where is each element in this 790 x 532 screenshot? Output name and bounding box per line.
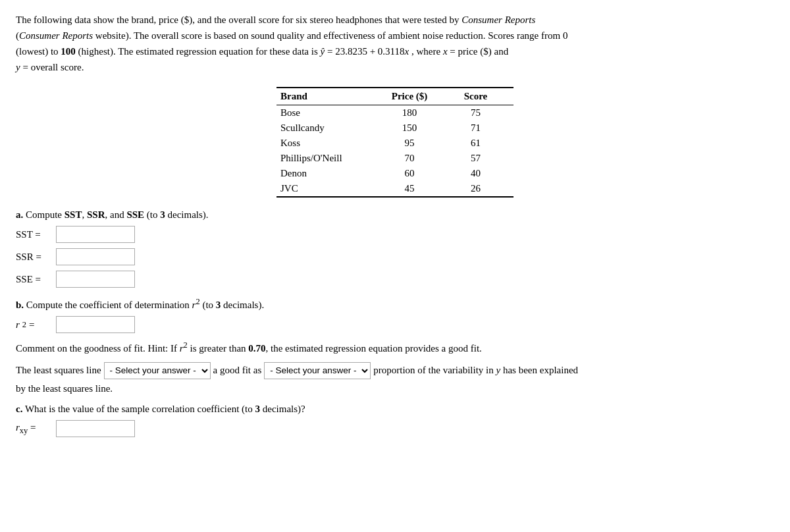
max-score: 100 (61, 46, 76, 57)
sst-label: SST = (16, 229, 52, 240)
consumer-reports-ref1: Consumer Reports (461, 14, 535, 25)
intro-line2: (Consumer Reports website). The overall … (16, 30, 567, 41)
brand-cell: Koss (276, 136, 381, 151)
select-answer-2[interactable]: - Select your answer - approximately 94%… (264, 362, 371, 379)
comment-text: Comment on the goodness of fit. Hint: If… (16, 338, 774, 356)
headphones-table: Brand Price ($) Score Bose18075Scullcand… (276, 87, 514, 198)
suffix2-text: by the least squares line. (16, 383, 774, 394)
part-c-label: c. (16, 404, 22, 414)
price-cell: 180 (381, 105, 455, 121)
least-squares-row: The least squares line - Select your ans… (16, 361, 774, 379)
table-row: Koss9561 (276, 136, 514, 151)
score-cell: 61 (455, 136, 514, 151)
intro-line4: y = overall score. (16, 62, 84, 72)
middle-text: a good fit as (213, 361, 262, 379)
r2-superscript: 2 (196, 297, 199, 306)
rxy-label: rxy = (16, 422, 52, 436)
brand-cell: Denon (276, 166, 381, 181)
table-row: Scullcandy15071 (276, 120, 514, 136)
intro-line1: The following data show the brand, price… (16, 14, 535, 25)
ssr-label-heading: SSR (87, 209, 105, 220)
least-squares-prefix: The least squares line (16, 361, 101, 379)
table-row: Bose18075 (276, 105, 514, 121)
sse-row: SSE = (16, 271, 774, 288)
col-brand: Brand (276, 88, 381, 105)
decimals-3: 3 (160, 209, 165, 220)
r2-input[interactable] (56, 316, 135, 333)
sst-row: SST = (16, 226, 774, 243)
brand-cell: JVC (276, 181, 381, 197)
part-b: b. Compute the coefficient of determinat… (16, 297, 774, 394)
x-definition: x (443, 46, 448, 57)
col-price: Price ($) (381, 88, 455, 105)
brand-cell: Scullcandy (276, 120, 381, 136)
sse-label-heading: SSE (126, 209, 144, 220)
ssr-label: SSR = (16, 252, 52, 263)
part-b-label: b. (16, 300, 24, 310)
ssr-row: SSR = (16, 248, 774, 265)
price-cell: 150 (381, 120, 455, 136)
brand-cell: Bose (276, 105, 381, 121)
sse-input[interactable] (56, 271, 135, 288)
sse-label: SSE = (16, 274, 52, 285)
data-table-container: Brand Price ($) Score Bose18075Scullcand… (16, 87, 774, 198)
equation: ŷ = 23.8235 + 0.3118x (321, 46, 409, 57)
price-cell: 45 (381, 181, 455, 197)
r2-row: r2 = (16, 316, 774, 333)
table-row: JVC4526 (276, 181, 514, 197)
score-cell: 57 (455, 151, 514, 166)
part-b-title: b. Compute the coefficient of determinat… (16, 297, 774, 311)
consumer-reports-ref2: Consumer Reports (19, 30, 93, 41)
intro-paragraph: The following data show the brand, price… (16, 12, 774, 75)
brand-cell: Phillips/O'Neill (276, 151, 381, 166)
rxy-row: rxy = (16, 420, 774, 437)
part-a: a. Compute SST, SSR, and SSE (to 3 decim… (16, 209, 774, 288)
price-cell: 70 (381, 151, 455, 166)
score-cell: 71 (455, 120, 514, 136)
price-cell: 60 (381, 166, 455, 181)
sst-label-heading: SST (65, 209, 82, 220)
ssr-input[interactable] (56, 248, 135, 265)
r2-label: r2 = (16, 319, 52, 331)
score-cell: 26 (455, 181, 514, 197)
decimals-3c: 3 (255, 404, 261, 414)
select-answer-1[interactable]: - Select your answer - is is not (104, 362, 211, 379)
part-a-label: a. (16, 209, 23, 220)
rxy-input[interactable] (56, 420, 135, 437)
part-c: c. What is the value of the sample corre… (16, 404, 774, 437)
score-cell: 40 (455, 166, 514, 181)
score-cell: 75 (455, 105, 514, 121)
sst-input[interactable] (56, 226, 135, 243)
table-row: Phillips/O'Neill7057 (276, 151, 514, 166)
part-c-title: c. What is the value of the sample corre… (16, 404, 774, 415)
intro-line3: (lowest) to 100 (highest). The estimated… (16, 46, 508, 57)
table-row: Denon6040 (276, 166, 514, 181)
decimals-3b: 3 (216, 300, 221, 310)
price-cell: 95 (381, 136, 455, 151)
suffix-text: proportion of the variability in y has b… (373, 361, 578, 379)
col-score: Score (455, 88, 514, 105)
part-a-title: a. Compute SST, SSR, and SSE (to 3 decim… (16, 209, 774, 221)
